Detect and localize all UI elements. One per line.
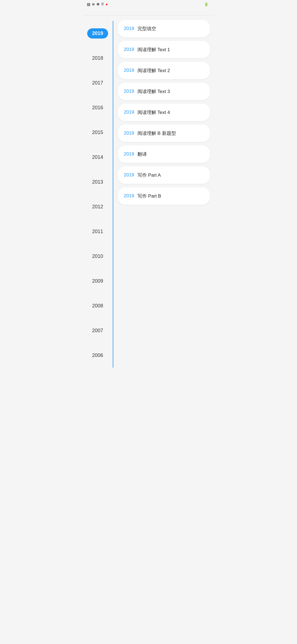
year-item-2008[interactable]: 2008 bbox=[82, 293, 113, 318]
topic-item-1[interactable]: 2019阅读理解 Text 1 bbox=[118, 41, 210, 58]
year-item-2007[interactable]: 2007 bbox=[82, 318, 113, 343]
topic-item-7[interactable]: 2019写作 Part A bbox=[118, 166, 210, 184]
topic-item-6[interactable]: 2019翻译 bbox=[118, 145, 210, 163]
year-label: 2009 bbox=[92, 278, 103, 284]
year-label: 2012 bbox=[92, 204, 103, 210]
topic-name: 阅读理解 Text 1 bbox=[138, 47, 170, 53]
topic-list: 2019完型填空2019阅读理解 Text 12019阅读理解 Text 220… bbox=[113, 20, 215, 368]
year-label: 2016 bbox=[92, 105, 103, 111]
year-item-2012[interactable]: 2012 bbox=[82, 194, 113, 219]
wifi-icon: ≋ bbox=[92, 2, 95, 6]
year-label: 2011 bbox=[92, 229, 103, 234]
topic-name: 写作 Part B bbox=[138, 193, 161, 199]
year-item-2010[interactable]: 2010 bbox=[82, 244, 113, 269]
year-item-2013[interactable]: 2013 bbox=[82, 170, 113, 194]
topic-name: 完型填空 bbox=[138, 26, 156, 32]
battery-icon: 🔋 bbox=[204, 2, 208, 6]
year-label: 2019 bbox=[87, 28, 108, 39]
nav-bar bbox=[82, 9, 215, 15]
year-label: 2015 bbox=[92, 130, 103, 135]
topic-item-5[interactable]: 2019阅读理解 B 新题型 bbox=[118, 124, 210, 142]
topic-year: 2019 bbox=[124, 130, 134, 136]
topic-name: 翻译 bbox=[138, 151, 147, 157]
year-item-2019[interactable]: 2019 bbox=[82, 21, 113, 46]
topic-name: 阅读理解 Text 2 bbox=[138, 67, 170, 74]
sim-icon: ▤ bbox=[87, 2, 90, 6]
vibrate-icon: ⠿ bbox=[101, 2, 104, 6]
year-label: 2014 bbox=[92, 154, 103, 160]
main-content: 2019201820172016201520142013201220112010… bbox=[82, 15, 215, 372]
topic-year: 2019 bbox=[124, 26, 134, 31]
topic-name: 阅读理解 Text 4 bbox=[138, 109, 170, 116]
year-label: 2010 bbox=[92, 253, 103, 259]
year-item-2017[interactable]: 2017 bbox=[82, 70, 113, 95]
topic-year: 2019 bbox=[124, 172, 134, 178]
topic-year: 2019 bbox=[124, 110, 134, 115]
year-label: 2018 bbox=[92, 55, 103, 61]
year-list: 2019201820172016201520142013201220112010… bbox=[82, 20, 113, 368]
topic-item-2[interactable]: 2019阅读理解 Text 2 bbox=[118, 62, 210, 79]
topic-year: 2019 bbox=[124, 68, 134, 73]
year-label: 2008 bbox=[92, 303, 103, 309]
year-item-2015[interactable]: 2015 bbox=[82, 120, 113, 145]
bluetooth-icon: ✻ bbox=[97, 2, 100, 6]
topic-year: 2019 bbox=[124, 47, 134, 52]
year-label: 2006 bbox=[92, 353, 103, 358]
topic-year: 2019 bbox=[124, 151, 134, 157]
year-label: 2013 bbox=[92, 179, 103, 185]
topic-item-4[interactable]: 2019阅读理解 Text 4 bbox=[118, 103, 210, 121]
status-bar-right: 🔋 bbox=[202, 2, 210, 6]
year-item-2016[interactable]: 2016 bbox=[82, 95, 113, 120]
topic-item-0[interactable]: 2019完型填空 bbox=[118, 20, 210, 37]
year-item-2014[interactable]: 2014 bbox=[82, 145, 113, 170]
topic-item-3[interactable]: 2019阅读理解 Text 3 bbox=[118, 83, 210, 100]
year-label: 2017 bbox=[92, 80, 103, 86]
topic-item-8[interactable]: 2019写作 Part B bbox=[118, 187, 210, 205]
status-bar-left: ▤ ≋ ✻ ⠿ ● bbox=[87, 2, 108, 6]
topic-year: 2019 bbox=[124, 89, 134, 94]
year-item-2018[interactable]: 2018 bbox=[82, 46, 113, 70]
record-icon: ● bbox=[106, 2, 108, 6]
year-label: 2007 bbox=[92, 328, 103, 334]
topic-year: 2019 bbox=[124, 193, 134, 199]
year-item-2011[interactable]: 2011 bbox=[82, 219, 113, 244]
topic-name: 阅读理解 B 新题型 bbox=[138, 130, 176, 137]
year-item-2009[interactable]: 2009 bbox=[82, 269, 113, 293]
topic-name: 写作 Part A bbox=[138, 172, 161, 178]
year-item-2006[interactable]: 2006 bbox=[82, 343, 113, 368]
topic-name: 阅读理解 Text 3 bbox=[138, 88, 170, 95]
status-bar: ▤ ≋ ✻ ⠿ ● 🔋 bbox=[82, 0, 215, 9]
